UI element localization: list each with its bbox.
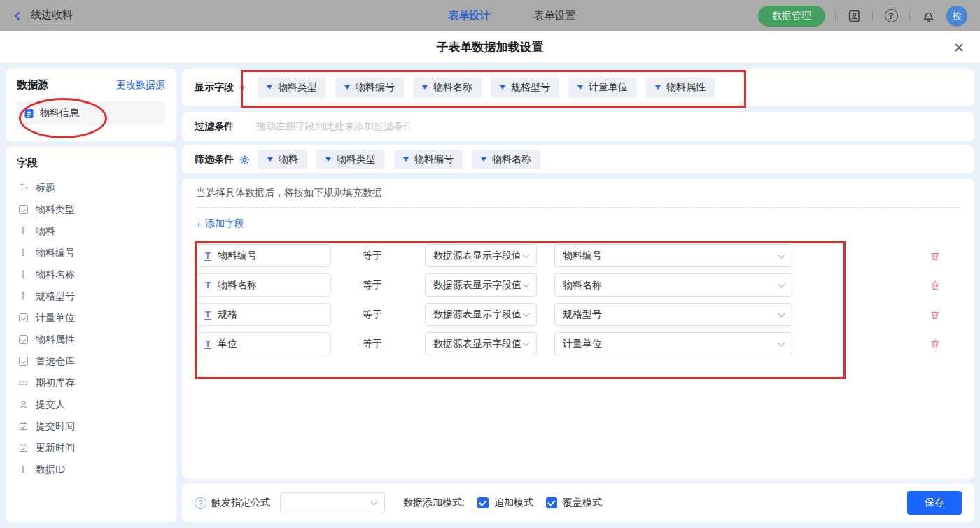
overwrite-mode-checkbox[interactable] [546, 497, 557, 508]
field-item-person[interactable]: 提交人 [17, 394, 165, 415]
avatar[interactable]: 检 [946, 6, 967, 27]
rule-value-select[interactable]: 物料名称 [554, 273, 792, 297]
display-field-tag[interactable]: 计量单位 [568, 77, 637, 98]
screen-condition-tag[interactable]: 物料类型 [316, 150, 385, 169]
equals-label: 等于 [363, 308, 425, 321]
rule-value-select[interactable]: 物料编号 [554, 244, 792, 267]
display-field-tag[interactable]: 规格型号 [491, 77, 559, 98]
delete-rule-button[interactable] [930, 338, 941, 350]
rule-value-text: 规格型号 [563, 308, 602, 321]
display-fields-label: 显示字段 [195, 81, 234, 94]
filter-dropzone[interactable]: 拖动左侧字段到此处来添加过滤条件 [256, 120, 413, 133]
field-label: 期初库存 [36, 377, 75, 390]
rule-field-box[interactable]: T 物料名称 [196, 273, 331, 297]
select-field-icon [17, 205, 29, 214]
screen-condition-tag[interactable]: 物料名称 [472, 150, 540, 169]
title-field-icon [17, 183, 29, 192]
field-label: 物料编号 [36, 247, 75, 259]
rule-value-text: 物料编号 [563, 250, 602, 262]
data-manage-button[interactable]: 数据管理 [758, 6, 825, 27]
rule-value-text: 计量单位 [563, 338, 602, 350]
fill-rules-panel: 当选择具体数据后，将按如下规则填充数据 + 添加字段 T 物料编号 等于 数据源… [182, 179, 974, 479]
rule-source-select[interactable]: 数据源表显示字段值 [425, 244, 537, 267]
delete-rule-button[interactable] [930, 309, 941, 320]
display-field-tag[interactable]: 物料属性 [646, 77, 715, 98]
back-button[interactable] [13, 10, 24, 22]
rule-field-box[interactable]: T 单位 [196, 332, 331, 355]
document-icon [24, 108, 34, 119]
dropdown-triangle-icon [500, 85, 505, 90]
rule-source-select[interactable]: 数据源表显示字段值 [425, 303, 537, 326]
rule-source-select[interactable]: 数据源表显示字段值 [425, 273, 537, 297]
field-item-date[interactable]: 提交时间 [17, 415, 165, 437]
display-field-tag[interactable]: 物料类型 [258, 77, 326, 98]
gear-icon[interactable] [239, 155, 250, 165]
field-label: 物料类型 [36, 204, 75, 216]
text-field-icon: I [17, 269, 29, 280]
text-field-icon: I [17, 226, 29, 236]
append-mode-checkbox[interactable] [477, 497, 489, 508]
field-item-select[interactable]: 物料类型 [17, 199, 165, 220]
save-button[interactable]: 保存 [907, 491, 962, 515]
add-display-field-button[interactable]: + [239, 80, 246, 94]
contacts-icon[interactable] [846, 8, 862, 24]
delete-rule-button[interactable] [930, 280, 941, 291]
field-label: 提交时间 [36, 420, 75, 433]
field-item-number[interactable]: 123 期初库存 [17, 372, 165, 394]
person-field-icon [17, 400, 29, 409]
modal-title: 子表单数据加载设置 [437, 39, 544, 55]
display-field-tag[interactable]: 物料名称 [413, 77, 482, 98]
rules-list: T 物料编号 等于 数据源表显示字段值 物料编号 [196, 240, 960, 355]
trash-icon [930, 280, 941, 291]
plus-icon: + [196, 218, 202, 229]
field-item-select[interactable]: 首选仓库 [17, 350, 165, 372]
dropdown-triangle-icon [578, 85, 583, 90]
select-field-icon [17, 335, 29, 344]
close-icon[interactable]: ✕ [953, 40, 965, 56]
dropdown-triangle-icon [267, 157, 273, 162]
filter-panel: 过滤条件 拖动左侧字段到此处来添加过滤条件 [182, 112, 974, 141]
overwrite-mode-option: 覆盖模式 [546, 497, 602, 509]
screen-condition-tag[interactable]: 物料编号 [394, 150, 463, 169]
field-item-select[interactable]: 物料属性 [17, 329, 165, 350]
datasource-item[interactable]: 物料信息 [17, 101, 165, 125]
form-name[interactable]: 线边收料 [31, 8, 73, 24]
add-field-button[interactable]: + 添加字段 [196, 208, 273, 240]
rule-value-select[interactable]: 规格型号 [554, 303, 792, 326]
field-item-text[interactable]: I 规格型号 [17, 285, 165, 307]
field-label: 物料名称 [36, 269, 75, 281]
formula-select[interactable] [280, 492, 385, 513]
text-underline-icon: T [204, 280, 211, 290]
tab-form-settings[interactable]: 表单设置 [534, 9, 576, 22]
dropdown-triangle-icon [326, 157, 331, 162]
field-item-text[interactable]: I 物料 [17, 220, 165, 242]
field-item-text[interactable]: I 数据ID [17, 459, 165, 480]
delete-rule-button[interactable] [930, 250, 941, 262]
field-item-select[interactable]: 计量单位 [17, 307, 165, 329]
field-item-date[interactable]: 更新时间 [17, 437, 165, 459]
rule-hint: 当选择具体数据后，将按如下规则填充数据 [196, 179, 960, 208]
field-item-title[interactable]: 标题 [17, 177, 165, 199]
change-datasource-link[interactable]: 更改数据源 [116, 79, 165, 92]
datasource-title: 数据源 [17, 78, 48, 92]
field-item-text[interactable]: I 物料编号 [17, 242, 165, 264]
rule-row: T 物料名称 等于 数据源表显示字段值 物料名称 [196, 273, 960, 297]
screen-condition-tag[interactable]: 物料 [258, 150, 307, 169]
help-circle-icon[interactable]: ? [195, 497, 206, 509]
help-icon[interactable]: ? [883, 8, 899, 24]
data-add-mode-label: 数据添加模式: [403, 497, 465, 509]
screen-conditions-label: 筛选条件 [195, 153, 234, 166]
field-item-text[interactable]: I 物料名称 [17, 264, 165, 285]
datasource-card: 数据源 更改数据源 物料信息 [6, 69, 176, 141]
rule-field-box[interactable]: T 规格 [196, 303, 331, 326]
display-field-tag[interactable]: 物料编号 [335, 77, 404, 98]
dropdown-triangle-icon [403, 157, 409, 162]
chevron-down-icon [778, 251, 785, 258]
tab-form-design[interactable]: 表单设计 [449, 9, 491, 22]
chevron-down-icon [371, 499, 378, 506]
rule-source-select[interactable]: 数据源表显示字段值 [425, 332, 537, 355]
bell-icon[interactable] [920, 8, 937, 24]
chevron-down-icon [778, 310, 785, 317]
rule-value-select[interactable]: 计量单位 [554, 332, 792, 355]
rule-field-box[interactable]: T 物料编号 [196, 244, 331, 267]
